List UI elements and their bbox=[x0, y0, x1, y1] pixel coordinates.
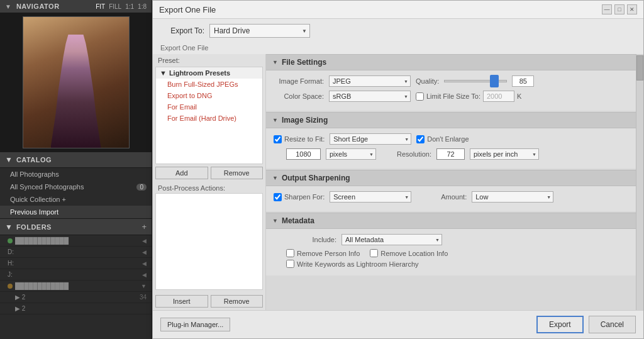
add-preset-button[interactable]: Add bbox=[155, 167, 208, 179]
export-to-select[interactable]: Hard Drive CD/DVD Email bbox=[209, 24, 310, 38]
preset-item-dng[interactable]: Export to DNG bbox=[156, 90, 262, 101]
write-keywords-checkbox[interactable] bbox=[286, 260, 294, 268]
folder-item-j[interactable]: J: ◀ bbox=[0, 269, 152, 281]
catalog-item-synced[interactable]: All Synced Photographs 0 bbox=[0, 181, 152, 193]
remove-person-info-checkbox[interactable] bbox=[286, 249, 294, 257]
plugin-manager-button[interactable]: Plug-in Manager... bbox=[160, 318, 230, 331]
sub-folder-item-2[interactable]: ▶ 2 bbox=[0, 303, 152, 314]
preset-item-burn[interactable]: Burn Full-Sized JPEGs bbox=[156, 79, 262, 90]
image-format-select[interactable]: JPEG PNG TIFF DNG bbox=[329, 75, 411, 87]
folder-item-0[interactable]: ████████████ ◀ bbox=[0, 235, 152, 247]
resize-row: Resize to Fit: Short Edge Long Edge Widt… bbox=[274, 133, 628, 145]
remove-person-info-text: Remove Person Info bbox=[297, 250, 360, 257]
scrollbar-thumb[interactable] bbox=[636, 55, 643, 81]
output-sharpening-header[interactable]: ▼ Output Sharpening bbox=[266, 170, 636, 186]
add-folder-button[interactable]: + bbox=[142, 222, 147, 231]
pixel-row: pixels inches cm Resolution: pixels per … bbox=[274, 148, 628, 160]
write-keywords-label[interactable]: Write Keywords as Lightroom Hierarchy bbox=[286, 260, 628, 268]
pixel-value-input[interactable] bbox=[286, 148, 321, 160]
remove-action-button[interactable]: Remove bbox=[211, 295, 264, 308]
preset-group-label: Lightroom Presets bbox=[169, 69, 230, 77]
dont-enlarge-text: Don't Enlarge bbox=[427, 135, 469, 143]
resize-fit-type-select[interactable]: Short Edge Long Edge Width Height bbox=[330, 133, 411, 145]
sub-folder-item-1[interactable]: ▶ 2 34 bbox=[0, 292, 152, 303]
export-button[interactable]: Export bbox=[536, 316, 584, 333]
sharpen-for-select[interactable]: Screen Matte Paper Glossy Paper bbox=[330, 191, 411, 203]
image-format-row: Image Format: JPEG PNG TIFF DNG Q bbox=[274, 75, 628, 87]
catalog-item-label: Previous Import bbox=[10, 208, 147, 216]
folder-dot bbox=[8, 284, 13, 289]
export-dialog: Export One File — □ ✕ Export To: Hard Dr… bbox=[152, 0, 644, 339]
metadata-header[interactable]: ▼ Metadata bbox=[266, 213, 636, 229]
resize-to-fit-checkbox[interactable] bbox=[274, 135, 282, 143]
quality-slider[interactable] bbox=[444, 80, 507, 82]
dialog-overlay: Export One File — □ ✕ Export To: Hard Dr… bbox=[152, 0, 644, 339]
folder-label: D: bbox=[8, 248, 140, 255]
catalog-title: Catalog bbox=[16, 156, 147, 164]
resolution-unit-select[interactable]: pixels per inch pixels per cm bbox=[470, 148, 539, 160]
pixel-unit-select[interactable]: pixels inches cm bbox=[326, 148, 376, 160]
color-space-select[interactable]: sRGB AdobeRGB ProPhoto RGB bbox=[329, 91, 411, 102]
folder-label: ████████████ bbox=[15, 282, 138, 289]
folder-item-h[interactable]: H: ◀ bbox=[0, 258, 152, 269]
amount-select[interactable]: Low Standard High bbox=[472, 191, 553, 203]
include-select-wrap: All Metadata Copyright Only Copyright & … bbox=[341, 234, 442, 245]
remove-person-info-label[interactable]: Remove Person Info bbox=[286, 249, 360, 257]
limit-file-size-unit: K bbox=[517, 92, 521, 100]
limit-file-size-checkbox-label[interactable]: Limit File Size To: bbox=[416, 92, 480, 101]
sharpen-for-checkbox[interactable] bbox=[274, 193, 282, 201]
dont-enlarge-label[interactable]: Don't Enlarge bbox=[416, 135, 469, 143]
preset-item-email-hd[interactable]: For Email (Hard Drive) bbox=[156, 113, 262, 124]
maximize-button[interactable]: □ bbox=[614, 4, 625, 14]
export-one-file-label: Export One File bbox=[153, 43, 643, 54]
output-sharpening-title: Output Sharpening bbox=[282, 174, 350, 182]
folder-arrow: ◀ bbox=[142, 238, 147, 244]
dont-enlarge-checkbox[interactable] bbox=[416, 135, 425, 143]
catalog-items: All Photographs All Synced Photographs 0… bbox=[0, 168, 152, 218]
presets-pane: Preset: ▼ Lightroom Presets Burn Full-Si… bbox=[153, 54, 266, 310]
folders-triangle: ▼ bbox=[5, 223, 13, 231]
remove-location-info-checkbox[interactable] bbox=[370, 249, 378, 257]
remove-location-info-label[interactable]: Remove Location Info bbox=[370, 249, 448, 257]
catalog-section-header[interactable]: ▼ Catalog bbox=[0, 152, 152, 168]
navigator-header[interactable]: ▼ Navigator FIT FILL 1:1 1:8 bbox=[0, 0, 152, 13]
preset-group-triangle: ▼ bbox=[160, 69, 167, 77]
resolution-input[interactable] bbox=[436, 148, 465, 160]
fit-button[interactable]: FIT bbox=[96, 3, 105, 10]
folder-label: H: bbox=[8, 260, 140, 267]
one-to-one-button[interactable]: 1:1 bbox=[125, 3, 134, 10]
scrollbar-track[interactable] bbox=[636, 54, 643, 310]
minimize-button[interactable]: — bbox=[602, 4, 612, 14]
limit-file-size-checkbox[interactable] bbox=[416, 92, 424, 101]
folder-item-d[interactable]: D: ◀ bbox=[0, 247, 152, 258]
catalog-item-previous[interactable]: Previous Import bbox=[0, 206, 152, 218]
catalog-item-all-photos[interactable]: All Photographs bbox=[0, 168, 152, 181]
preset-item-email[interactable]: For Email bbox=[156, 101, 262, 113]
post-process-area bbox=[155, 193, 263, 291]
footer-left: Plug-in Manager... bbox=[160, 318, 230, 331]
folder-arrow: ◀ bbox=[142, 249, 147, 255]
catalog-item-quick[interactable]: Quick Collection + bbox=[0, 193, 152, 206]
preset-group[interactable]: ▼ Lightroom Presets bbox=[156, 67, 262, 79]
folders-section-header[interactable]: ▼ Folders + bbox=[0, 218, 152, 235]
color-space-select-wrap: sRGB AdobeRGB ProPhoto RGB bbox=[329, 91, 411, 102]
file-settings-header[interactable]: ▼ File Settings bbox=[266, 54, 636, 70]
resize-to-fit-checkbox-label[interactable]: Resize to Fit: bbox=[274, 135, 325, 143]
insert-action-button[interactable]: Insert bbox=[155, 295, 208, 308]
catalog-item-label: Quick Collection + bbox=[10, 196, 147, 203]
remove-preset-button[interactable]: Remove bbox=[211, 167, 264, 179]
limit-file-size-label: Limit File Size To: bbox=[426, 92, 480, 100]
image-sizing-header[interactable]: ▼ Image Sizing bbox=[266, 112, 636, 128]
fill-button[interactable]: FILL bbox=[109, 3, 121, 10]
folder-item-orange[interactable]: ████████████ ▼ bbox=[0, 281, 152, 292]
close-button[interactable]: ✕ bbox=[627, 4, 637, 14]
write-keywords-row: Write Keywords as Lightroom Hierarchy bbox=[274, 260, 628, 268]
zoom-button[interactable]: 1:8 bbox=[138, 3, 147, 10]
titlebar-controls: — □ ✕ bbox=[602, 4, 637, 14]
amount-label: Amount: bbox=[416, 193, 467, 201]
limit-file-size-input[interactable] bbox=[483, 91, 514, 102]
include-select[interactable]: All Metadata Copyright Only Copyright & … bbox=[341, 234, 442, 245]
cancel-button[interactable]: Cancel bbox=[589, 316, 636, 333]
presets-list: ▼ Lightroom Presets Burn Full-Sized JPEG… bbox=[155, 67, 263, 164]
sharpen-for-checkbox-label[interactable]: Sharpen For: bbox=[274, 193, 325, 201]
